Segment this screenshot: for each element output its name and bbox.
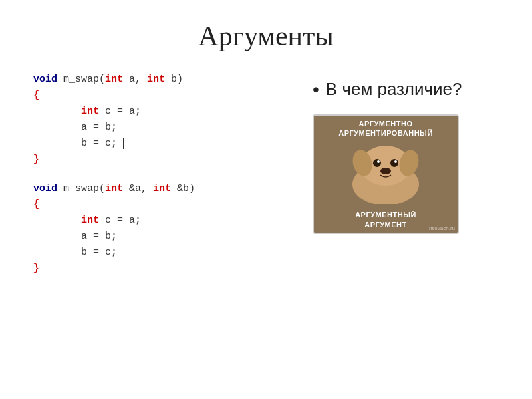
slide-title: Аргументы <box>33 20 499 52</box>
svg-point-4 <box>373 159 381 167</box>
bullet-text: В чем различие? <box>326 78 462 101</box>
bullet-dot: • <box>313 78 319 101</box>
meme-image: АРГУМЕНТНОАРГУМЕНТИРОВАННЫЙ <box>313 114 459 234</box>
right-section: • В чем различие? АРГУМЕНТНОАРГУМЕНТИРОВ… <box>313 72 499 234</box>
dog-illustration <box>342 144 429 204</box>
code-block-1: void m_swap(int a, int b) { int c = a; a… <box>33 72 286 168</box>
code-line-3: int c = a; <box>33 104 286 120</box>
code-line-5: b = c; <box>33 136 286 152</box>
slide: Аргументы void m_swap(int a, int b) { in… <box>0 0 532 399</box>
code-line-12: } <box>33 261 286 277</box>
svg-point-7 <box>394 160 397 163</box>
keyword-void-2: void <box>33 183 57 194</box>
svg-point-8 <box>380 168 391 174</box>
keyword-int-1: int <box>105 74 123 85</box>
meme-watermark: risovach.ru <box>429 225 455 231</box>
code-line-7: void m_swap(int &a, int &b) <box>33 181 286 197</box>
code-section: void m_swap(int a, int b) { int c = a; a… <box>33 72 286 290</box>
code-line-11: b = c; <box>33 245 286 261</box>
keyword-int-5: int <box>153 183 171 194</box>
keyword-int-4: int <box>105 183 123 194</box>
bullet-point: • В чем различие? <box>313 78 462 101</box>
svg-point-6 <box>377 160 380 163</box>
content-area: void m_swap(int a, int b) { int c = a; a… <box>33 72 499 290</box>
keyword-void-1: void <box>33 74 57 85</box>
svg-point-5 <box>390 159 398 167</box>
keyword-int-6: int <box>81 215 99 226</box>
code-line-8: { <box>33 197 286 213</box>
code-line-4: a = b; <box>33 120 286 136</box>
code-line-10: a = b; <box>33 229 286 245</box>
code-line-1: void m_swap(int a, int b) <box>33 72 286 88</box>
keyword-int-2: int <box>147 74 165 85</box>
code-line-2: { <box>33 88 286 104</box>
code-line-9: int c = a; <box>33 213 286 229</box>
code-block-2: void m_swap(int &a, int &b) { int c = a;… <box>33 181 286 277</box>
code-line-6: } <box>33 152 286 168</box>
meme-top-text: АРГУМЕНТНОАРГУМЕНТИРОВАННЫЙ <box>314 116 458 142</box>
keyword-int-3: int <box>81 106 99 117</box>
